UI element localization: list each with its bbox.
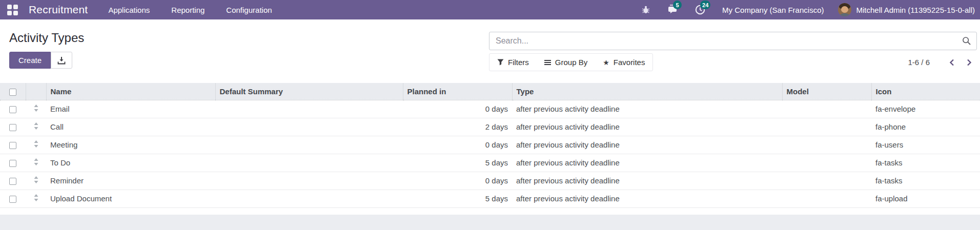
filter-funnel-icon [497,59,504,66]
cell-default-summary[interactable] [215,100,403,118]
search-bar[interactable] [489,32,977,50]
row-checkbox[interactable] [9,106,16,113]
cell-type[interactable]: after previous activity deadline [512,100,782,118]
row-checkbox[interactable] [9,124,16,131]
menu-reporting[interactable]: Reporting [171,6,205,14]
drag-handle-icon[interactable] [34,140,38,148]
activity-types-table: Name Default Summary Planned in Type Mod… [0,83,980,208]
handle-column-header [26,83,46,100]
cell-icon[interactable]: fa-upload [871,190,980,207]
cell-default-summary[interactable] [215,136,403,154]
top-navbar: Recruitment Applications Reporting Confi… [0,0,980,19]
control-panel: Activity Types Create [0,19,980,74]
table-row[interactable]: Upload Document 5 days after previous ac… [0,190,980,207]
menu-configuration[interactable]: Configuration [226,6,272,14]
cell-planned-in[interactable]: 2 days [403,118,512,136]
user-menu[interactable]: Mitchell Admin (11395225-15-0-all) [838,3,975,16]
cell-name[interactable]: Reminder [46,172,215,190]
cell-type[interactable]: after previous activity deadline [512,136,782,154]
table-row[interactable]: Call 2 days after previous activity dead… [0,118,980,136]
messages-icon[interactable]: 5 [666,3,680,16]
group-by-button[interactable]: Group By [537,54,595,71]
favorites-button[interactable]: ★ Favorites [595,54,652,71]
drag-handle-icon[interactable] [34,194,38,201]
cell-planned-in[interactable]: 5 days [403,190,512,207]
cell-name[interactable]: Upload Document [46,190,215,207]
cell-model[interactable] [782,172,871,190]
cell-name[interactable]: Meeting [46,136,215,154]
export-button[interactable] [51,52,72,69]
apps-menu-icon[interactable] [7,5,18,15]
select-all-checkbox[interactable] [9,89,16,96]
cell-icon[interactable]: fa-envelope [871,100,980,118]
create-button[interactable]: Create [9,52,51,69]
chevron-left-icon [948,58,955,67]
cell-default-summary[interactable] [215,172,403,190]
row-checkbox[interactable] [9,142,16,149]
menu-applications[interactable]: Applications [108,6,150,14]
cell-default-summary[interactable] [215,118,403,136]
messages-count-badge: 5 [673,1,682,9]
cell-planned-in[interactable]: 0 days [403,100,512,118]
column-header-model[interactable]: Model [782,83,871,100]
cell-model[interactable] [782,100,871,118]
cell-model[interactable] [782,154,871,172]
content-spacer [0,208,980,215]
cell-model[interactable] [782,190,871,207]
debug-bug-icon[interactable] [639,3,652,16]
column-header-default-summary[interactable]: Default Summary [215,83,403,100]
cell-type[interactable]: after previous activity deadline [512,172,782,190]
cell-type[interactable]: after previous activity deadline [512,190,782,207]
column-header-icon[interactable]: Icon [871,83,980,100]
company-switcher[interactable]: My Company (San Francisco) [722,6,824,14]
activities-count-badge: 24 [700,1,710,9]
table-row[interactable]: Reminder 0 days after previous activity … [0,172,980,190]
chevron-right-icon [966,58,973,67]
drag-handle-icon[interactable] [34,176,38,183]
search-options: Filters Group By ★ Favorites [489,53,653,71]
cell-name[interactable]: Call [46,118,215,136]
cell-name[interactable]: To Do [46,154,215,172]
app-name[interactable]: Recruitment [29,4,88,16]
cell-model[interactable] [782,136,871,154]
drag-handle-icon[interactable] [34,122,38,130]
cell-default-summary[interactable] [215,190,403,207]
column-header-type[interactable]: Type [512,83,782,100]
column-header-name[interactable]: Name [46,83,215,100]
cell-type[interactable]: after previous activity deadline [512,154,782,172]
cell-icon[interactable]: fa-tasks [871,172,980,190]
row-checkbox[interactable] [9,160,16,167]
download-icon [57,56,66,65]
cell-planned-in[interactable]: 0 days [403,172,512,190]
search-input[interactable] [496,36,962,46]
user-name: Mitchell Admin (11395225-15-0-all) [856,6,975,14]
user-avatar [838,3,851,16]
row-checkbox[interactable] [9,178,16,185]
table-header-row: Name Default Summary Planned in Type Mod… [0,83,980,100]
table-row[interactable]: Meeting 0 days after previous activity d… [0,136,980,154]
row-checkbox[interactable] [9,196,16,203]
pager-next-button[interactable] [962,55,977,70]
cell-planned-in[interactable]: 0 days [403,136,512,154]
drag-handle-icon[interactable] [34,104,38,112]
activities-clock-icon[interactable]: 24 [693,3,707,16]
group-by-icon [544,60,551,65]
pager-previous-button[interactable] [944,55,959,70]
search-icon[interactable] [962,36,971,46]
cell-planned-in[interactable]: 5 days [403,154,512,172]
cell-name[interactable]: Email [46,100,215,118]
table-row[interactable]: To Do 5 days after previous activity dea… [0,154,980,172]
table-row[interactable]: Email 0 days after previous activity dea… [0,100,980,118]
cell-icon[interactable]: fa-users [871,136,980,154]
cell-model[interactable] [782,118,871,136]
favorites-star-icon: ★ [603,59,609,66]
content-footer [0,215,980,230]
pager-range: 1-6 / 6 [908,58,930,67]
cell-icon[interactable]: fa-tasks [871,154,980,172]
cell-icon[interactable]: fa-phone [871,118,980,136]
cell-default-summary[interactable] [215,154,403,172]
column-header-planned-in[interactable]: Planned in [403,83,512,100]
drag-handle-icon[interactable] [34,158,38,165]
cell-type[interactable]: after previous activity deadline [512,118,782,136]
filters-button[interactable]: Filters [489,54,537,71]
